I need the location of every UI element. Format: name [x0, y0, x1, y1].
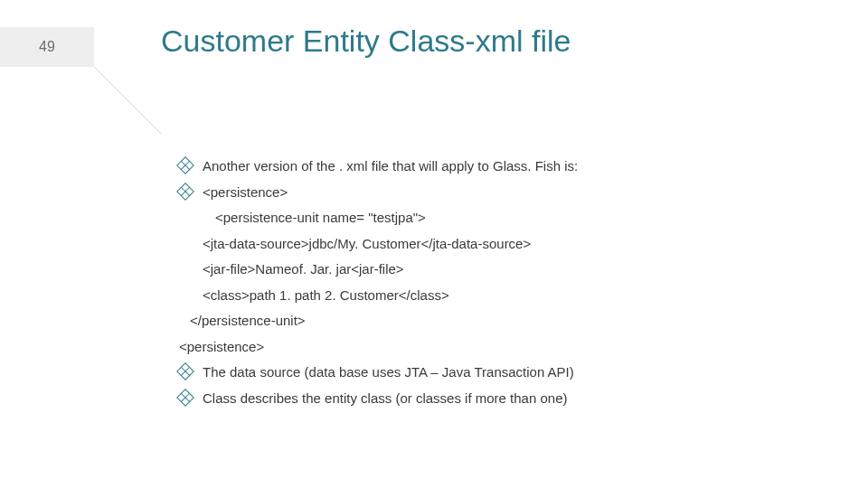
- page-number-badge: 49: [0, 27, 94, 67]
- code-line: <persistence>: [179, 334, 814, 361]
- code-line: <jta-data-source>jdbc/My. Customer</jta-…: [179, 231, 814, 258]
- diamond-bullet-icon: [176, 156, 194, 174]
- bullet-text: <persistence>: [203, 180, 288, 206]
- page-number: 49: [39, 39, 55, 55]
- code-line: </persistence-unit>: [179, 308, 814, 334]
- code-line: <persistence-unit name= "testjpa">: [179, 205, 814, 231]
- code-text: <persistence>: [179, 334, 264, 361]
- svg-line-0: [94, 67, 161, 134]
- slide: 49 Customer Entity Class-xml file Anothe…: [0, 0, 868, 488]
- slide-body: Another version of the . xml file that w…: [179, 154, 814, 411]
- code-line: <class>path 1. path 2. Customer</class>: [179, 283, 814, 309]
- diamond-bullet-icon: [176, 183, 194, 201]
- slide-title: Customer Entity Class-xml file: [161, 23, 571, 59]
- bullet-item: Class describes the entity class (or cla…: [179, 386, 814, 412]
- diamond-bullet-icon: [176, 389, 194, 407]
- code-text: <jar-file>Nameof. Jar. jar<jar-file>: [203, 257, 404, 283]
- bullet-item: The data source (data base uses JTA – Ja…: [179, 360, 814, 386]
- bullet-text: Class describes the entity class (or cla…: [203, 386, 568, 412]
- code-text: <jta-data-source>jdbc/My. Customer</jta-…: [203, 231, 531, 258]
- code-line: <jar-file>Nameof. Jar. jar<jar-file>: [179, 257, 814, 283]
- diamond-bullet-icon: [176, 362, 194, 380]
- code-text: </persistence-unit>: [190, 308, 306, 334]
- code-text: <class>path 1. path 2. Customer</class>: [203, 283, 449, 309]
- code-text: <persistence-unit name= "testjpa">: [215, 205, 426, 231]
- bullet-item: <persistence>: [179, 180, 814, 206]
- accent-divider-icon: [94, 67, 161, 134]
- bullet-text: The data source (data base uses JTA – Ja…: [203, 360, 574, 386]
- bullet-text: Another version of the . xml file that w…: [203, 154, 578, 180]
- bullet-item: Another version of the . xml file that w…: [179, 154, 814, 180]
